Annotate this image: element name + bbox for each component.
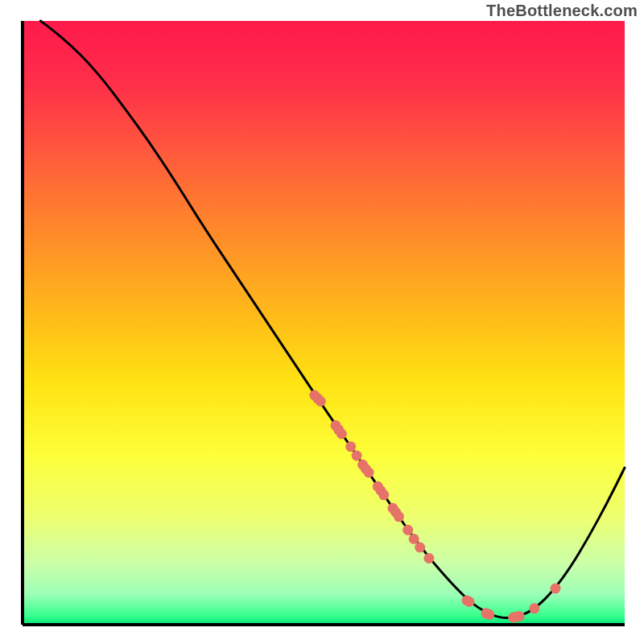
data-point bbox=[529, 603, 539, 613]
data-point bbox=[514, 611, 525, 621]
data-point bbox=[464, 597, 475, 607]
data-point bbox=[378, 489, 389, 500]
data-point bbox=[364, 468, 374, 478]
data-point bbox=[316, 396, 326, 407]
data-point bbox=[409, 534, 419, 544]
data-point bbox=[394, 511, 404, 522]
data-point bbox=[402, 525, 413, 535]
data-point bbox=[336, 429, 347, 440]
watermark-text: TheBottleneck.com bbox=[486, 2, 638, 20]
data-point bbox=[415, 543, 425, 553]
data-point bbox=[551, 584, 561, 594]
data-point bbox=[484, 609, 494, 620]
data-point bbox=[352, 451, 362, 461]
data-point bbox=[345, 441, 356, 452]
data-point bbox=[423, 553, 434, 564]
bottleneck-chart bbox=[0, 0, 644, 644]
chart-background bbox=[23, 21, 625, 625]
